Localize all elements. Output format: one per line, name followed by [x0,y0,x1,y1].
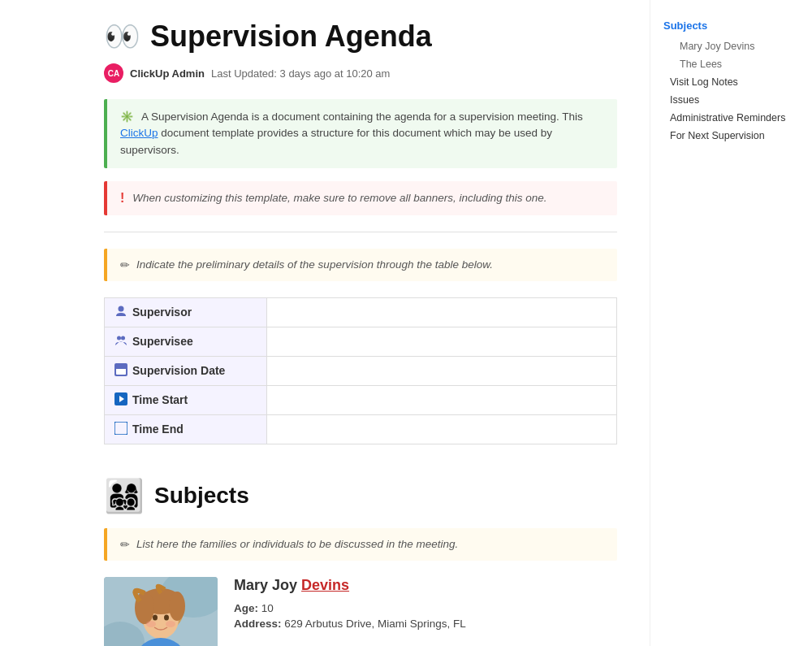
author-avatar: CA [104,63,123,83]
svg-rect-7 [123,364,124,367]
person-name-first: Mary Joy [234,577,301,593]
exclamation-icon: ! [120,191,124,206]
toc-item[interactable]: Mary Joy Devins [663,38,799,54]
table-row: Supervisee [105,327,617,356]
table-cell-label: Time End [114,422,257,437]
note-banner: ✏ Indicate the preliminary details of th… [104,249,617,281]
table-row-icon [114,334,127,349]
age-value: 10 [261,602,274,614]
table-row: Time Start [105,385,617,414]
subjects-emoji: 👨‍👩‍👧‍👦 [104,477,145,515]
warning-banner: ! When customizing this template, make s… [104,181,617,215]
subjects-note-banner: ✏ List here the families or individuals … [104,528,617,561]
svg-point-23 [146,621,156,627]
address-label: Address: [234,618,282,630]
info-table: SupervisorSuperviseeSupervision DateTime… [104,297,617,444]
age-label: Age: [234,602,258,614]
toc-item[interactable]: The Lees [663,56,799,72]
person-name-link[interactable]: Devins [301,577,349,593]
toc-item[interactable]: Issues [663,92,799,108]
table-cell-value[interactable] [267,297,617,327]
table-cell-value[interactable] [267,327,617,356]
table-cell-text: Supervision Date [132,364,225,377]
svg-point-18 [169,592,185,621]
divider-1 [104,232,617,232]
warning-text: When customizing this template, make sur… [132,192,546,204]
author-line: CA ClickUp Admin Last Updated: 3 days ag… [104,63,617,83]
toc-items: Mary Joy DevinsThe LeesVisit Log NotesIs… [663,38,799,144]
info-text-part1: A Supervision Agenda is a document conta… [141,111,583,123]
table-row: Supervisor [105,297,617,327]
svg-point-20 [164,614,169,620]
svg-rect-5 [116,366,126,369]
person-address: Address: 629 Arbutus Drive, Miami Spring… [234,618,617,630]
person-card: Mary Joy Devins Age: 10 Address: 629 Arb… [104,577,617,646]
table-cell-text: Time Start [132,393,188,406]
person-info: Mary Joy Devins Age: 10 Address: 629 Arb… [234,577,617,633]
svg-point-24 [166,621,175,627]
table-row-icon [114,363,127,379]
person-age: Age: 10 [234,602,617,614]
table-cell-value[interactable] [267,414,617,444]
author-name: ClickUp Admin [130,67,205,80]
table-row-icon [114,392,127,408]
svg-rect-6 [118,364,119,367]
subjects-section-header: 👨‍👩‍👧‍👦 Subjects [104,477,617,515]
page-title: Supervision Agenda [150,20,432,54]
table-cell-label: Supervisee [114,334,257,349]
table-cell-text: Supervisor [132,306,192,319]
table-row: Time End [105,414,617,444]
toc-item[interactable]: Visit Log Notes [663,74,799,90]
svg-point-19 [153,614,158,620]
toc-item[interactable]: For Next Supervision [663,128,799,144]
table-row: Supervision Date [105,356,617,385]
table-cell-text: Supervisee [132,335,193,348]
last-updated: Last Updated: 3 days ago at 10:20 am [211,67,390,80]
table-cell-label: Supervision Date [114,363,257,379]
doc-icon: 👀 [104,22,140,51]
table-cell-text: Time End [132,423,184,436]
toc-heading: Subjects [663,20,799,32]
table-cell-label: Supervisor [114,305,257,320]
note-text: Indicate the preliminary details of the … [136,258,493,271]
pencil-icon: ✏ [120,258,130,271]
sidebar-toc: Subjects Mary Joy DevinsThe LeesVisit Lo… [650,0,812,646]
table-cell-label: Time Start [114,392,257,408]
svg-point-0 [119,306,124,311]
svg-rect-10 [114,422,127,435]
info-banner: ✳️ A Supervision Agenda is a document co… [104,99,617,168]
pencil-icon-2: ✏ [120,538,130,551]
table-cell-value[interactable] [267,385,617,414]
person-photo [104,577,218,646]
doc-header: 👀 Supervision Agenda [104,20,617,54]
table-cell-value[interactable] [267,356,617,385]
person-photo-svg [104,577,218,646]
svg-point-1 [117,336,121,340]
person-name: Mary Joy Devins [234,577,617,594]
subjects-note-text: List here the families or individuals to… [136,538,458,550]
table-row-icon [114,305,127,320]
address-value: 629 Arbutus Drive, Miami Springs, FL [284,618,466,630]
clickup-link[interactable]: ClickUp [120,127,158,139]
table-row-icon [114,422,127,437]
sparkle-icon: ✳️ [120,111,134,123]
info-text-part2: document template provides a structure f… [120,127,552,155]
subjects-title: Subjects [154,483,249,509]
toc-item[interactable]: Administrative Reminders [663,110,799,126]
main-content: 👀 Supervision Agenda CA ClickUp Admin La… [0,0,650,646]
svg-point-2 [121,336,125,340]
